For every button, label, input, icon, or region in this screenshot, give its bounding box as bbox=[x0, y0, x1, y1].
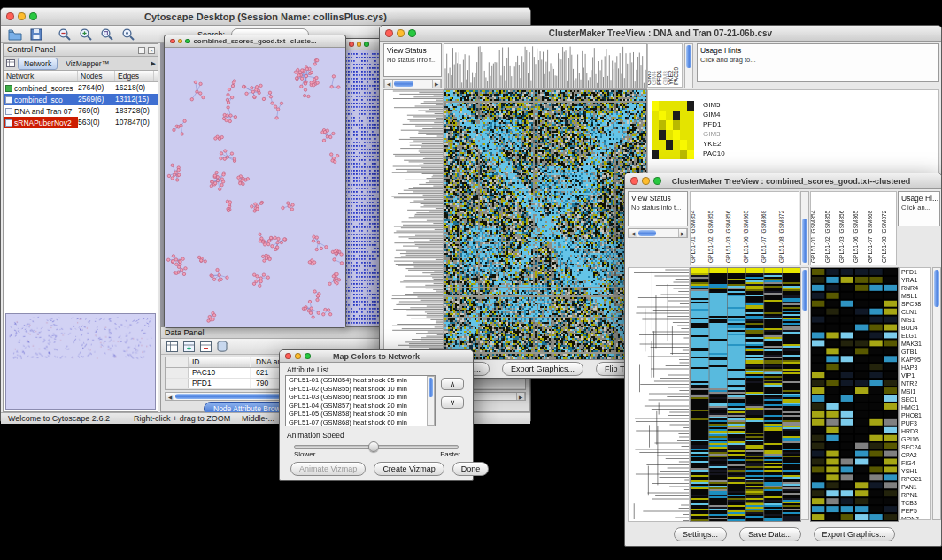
gene-label[interactable]: CLN1 bbox=[900, 308, 930, 316]
export-graphics-button[interactable]: Export Graphics... bbox=[814, 527, 895, 541]
minimize-icon[interactable] bbox=[295, 353, 301, 359]
attribute-list-item[interactable]: GPL51-07 (GSM868) heat shock 60 min bbox=[286, 418, 435, 426]
tv1-column-dendrogram[interactable] bbox=[444, 43, 647, 89]
gene-label[interactable]: RNR4 bbox=[900, 284, 930, 292]
gene-label[interactable]: MSL1 bbox=[900, 292, 930, 300]
gene-label[interactable]: SEC24 bbox=[900, 443, 930, 451]
open-folder-icon[interactable] bbox=[8, 27, 22, 42]
gene-label[interactable]: SPC98 bbox=[900, 300, 930, 308]
scroll-right-icon[interactable]: ▶ bbox=[516, 393, 525, 400]
id-column-header[interactable]: ID bbox=[189, 357, 251, 367]
gene-label[interactable]: HAP3 bbox=[900, 364, 930, 372]
close-icon[interactable] bbox=[385, 29, 393, 37]
scroll-right-icon[interactable]: ▶ bbox=[432, 80, 441, 88]
scroll-left-icon[interactable]: ◀ bbox=[384, 80, 393, 88]
col-nodes[interactable]: Nodes bbox=[78, 71, 115, 81]
close-icon[interactable] bbox=[6, 12, 14, 20]
tv1-row-dendrogram[interactable] bbox=[383, 89, 444, 360]
gene-label[interactable]: PEP5 bbox=[900, 507, 930, 515]
attribute-list-item[interactable]: GPL51-02 (GSM855) heat shock 10 min bbox=[286, 385, 435, 394]
scroll-left-icon[interactable]: ◀ bbox=[629, 229, 637, 237]
zoom-window-icon[interactable] bbox=[29, 12, 37, 20]
gene-label[interactable]: ELG1 bbox=[900, 332, 930, 340]
tv2-zoom-heatmap[interactable] bbox=[810, 267, 899, 522]
database-icon[interactable] bbox=[217, 341, 228, 352]
attribute-create-icon[interactable] bbox=[183, 341, 195, 352]
gene-label[interactable]: RPN1 bbox=[900, 491, 930, 499]
gene-label[interactable]: PUF3 bbox=[900, 419, 930, 427]
zoom-fit-icon[interactable] bbox=[100, 27, 114, 42]
move-up-button[interactable]: ∧ bbox=[441, 378, 464, 390]
attribute-list-item[interactable]: GPL51-01 (GSM854) heat shock 05 min bbox=[286, 376, 435, 385]
gene-label[interactable]: CPA2 bbox=[900, 451, 930, 459]
minimize-icon[interactable] bbox=[642, 177, 650, 185]
treeview2-titlebar[interactable]: ClusterMaker TreeView : combined_scores_… bbox=[625, 173, 941, 189]
tv2-heatmap[interactable] bbox=[690, 267, 801, 522]
minimize-icon[interactable] bbox=[357, 42, 362, 47]
scroll-right-icon[interactable]: ▶ bbox=[678, 229, 687, 237]
close-icon[interactable] bbox=[349, 42, 354, 47]
network-list-row[interactable]: combined_scores2764(0)16218(0) bbox=[4, 82, 158, 94]
tv2-row-dendrogram[interactable] bbox=[628, 267, 690, 522]
attribute-list-item[interactable]: GPL51-05 (GSM858) heat shock 30 min bbox=[286, 410, 435, 418]
gene-label[interactable]: SEC1 bbox=[900, 395, 930, 403]
zoom-window-icon[interactable] bbox=[185, 39, 190, 44]
attribute-select-icon[interactable] bbox=[166, 341, 178, 352]
treeview1-titlebar[interactable]: ClusterMaker TreeView : DNA and Tran 07-… bbox=[380, 26, 941, 42]
gene-label[interactable]: VIP1 bbox=[900, 372, 930, 380]
tv2-hscrollbar[interactable]: ◀ ▶ bbox=[628, 228, 688, 238]
close-icon[interactable] bbox=[285, 353, 291, 359]
animate-vizmap-button[interactable]: Animate Vizmap bbox=[290, 462, 366, 476]
minimize-icon[interactable] bbox=[178, 39, 183, 44]
tab-overflow-icon[interactable]: ▶ bbox=[151, 60, 156, 67]
gene-label[interactable]: PAN1 bbox=[900, 483, 930, 491]
create-vizmap-button[interactable]: Create Vizmap bbox=[374, 462, 444, 476]
gene-label[interactable]: YRA1 bbox=[900, 276, 930, 284]
gene-label[interactable]: MON2 bbox=[900, 515, 930, 520]
zoom-window-icon[interactable] bbox=[305, 353, 311, 359]
zoom-out-icon[interactable] bbox=[58, 27, 72, 42]
gene-label[interactable]: MAK31 bbox=[900, 340, 930, 348]
gene-label[interactable]: TCB3 bbox=[900, 499, 930, 507]
zoom-window-icon[interactable] bbox=[364, 42, 369, 47]
network-list-row[interactable]: combined_sco2569(6)13112(15) bbox=[4, 94, 158, 105]
network-overview-thumbnail[interactable] bbox=[5, 313, 156, 410]
tv2-heatmap-vscrollbar[interactable] bbox=[800, 267, 809, 520]
col-edges[interactable]: Edges bbox=[115, 71, 154, 81]
tab-vizmapper[interactable]: VizMapper™ bbox=[60, 58, 114, 69]
move-down-button[interactable]: ∨ bbox=[441, 396, 464, 409]
gene-label[interactable]: NTR2 bbox=[900, 380, 930, 387]
gene-label[interactable]: GTB1 bbox=[900, 348, 930, 356]
gene-label[interactable]: PHO81 bbox=[900, 411, 930, 419]
tv1-similarity-matrix[interactable] bbox=[652, 101, 694, 159]
scroll-left-icon[interactable]: ◀ bbox=[166, 393, 174, 400]
network-list-row[interactable]: DNA and Tran 07769(0)183728(0) bbox=[4, 105, 158, 117]
attribute-list-item[interactable]: GPL51-03 (GSM856) heat shock 15 min bbox=[286, 393, 435, 402]
gene-label[interactable]: HRD3 bbox=[900, 427, 930, 435]
settings-button[interactable]: Settings... bbox=[674, 527, 727, 541]
gene-label[interactable]: NIS1 bbox=[900, 316, 930, 324]
tv1-hscrollbar[interactable]: ◀ ▶ bbox=[383, 79, 442, 88]
attribute-list-item[interactable]: GPL51-04 (GSM857) heat shock 20 min bbox=[286, 402, 435, 410]
done-button[interactable]: Done bbox=[452, 462, 490, 476]
gene-label[interactable]: YSH1 bbox=[900, 467, 930, 475]
attribute-delete-icon[interactable] bbox=[200, 341, 212, 352]
gene-label[interactable]: GPI16 bbox=[900, 435, 930, 443]
gene-label[interactable]: HMG1 bbox=[900, 403, 930, 411]
network-view-titlebar[interactable]: combined_scores_good.txt--cluste... bbox=[165, 35, 345, 48]
zoom-in-icon[interactable] bbox=[79, 27, 93, 42]
float-panel-icon[interactable] bbox=[138, 47, 145, 54]
slider-knob[interactable] bbox=[368, 441, 379, 452]
network-list-row[interactable]: sRNAPuberNov2563(0)107847(0) bbox=[4, 117, 158, 128]
close-icon[interactable] bbox=[170, 39, 175, 44]
export-graphics-button[interactable]: Export Graphics... bbox=[502, 362, 583, 376]
tv1-heatmap[interactable] bbox=[444, 89, 647, 360]
network-graph-canvas[interactable] bbox=[165, 48, 345, 327]
tv2-gene-vscrollbar[interactable] bbox=[932, 267, 941, 520]
col-network[interactable]: Network bbox=[4, 71, 78, 81]
zoom-selected-icon[interactable] bbox=[121, 27, 135, 42]
gene-label[interactable]: FIG4 bbox=[900, 459, 930, 467]
close-panel-icon[interactable]: × bbox=[148, 47, 155, 54]
gene-label[interactable]: MSI1 bbox=[900, 387, 930, 395]
main-window-titlebar[interactable]: Cytoscape Desktop (Session Name: collins… bbox=[1, 8, 530, 26]
